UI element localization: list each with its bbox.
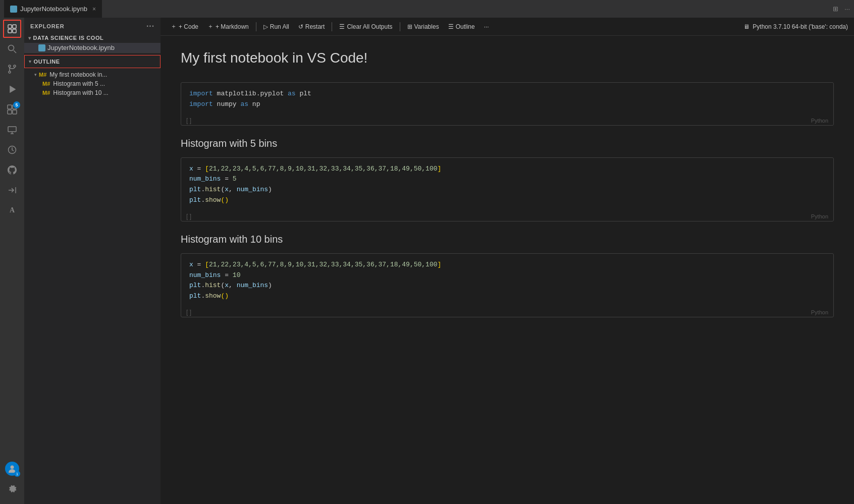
hist10-line-3: plt.hist(x, num_bins) — [189, 281, 825, 291]
tab-bar: JupyterNotebook.ipynb × — [4, 0, 102, 18]
cell-imports-bracket: [ ] — [186, 117, 191, 124]
svg-rect-12 — [8, 110, 12, 114]
code-cell-imports-body: import matplotlib.pyplot as plt import n… — [181, 83, 833, 116]
clear-all-icon: ☰ — [339, 23, 345, 30]
activity-icon-explorer[interactable] — [3, 20, 21, 38]
svg-rect-3 — [13, 29, 16, 33]
toolbar-sep-2 — [332, 22, 332, 31]
kernel-label: Python 3.7.10 64-bit ('base': conda) — [753, 23, 848, 30]
variables-button[interactable]: ⊞ Variables — [403, 22, 443, 32]
code-cell-imports-footer: [ ] Python — [181, 116, 833, 125]
activity-icon-source-control[interactable] — [3, 60, 21, 78]
hist5-line-3: plt.hist(x, num_bins) — [189, 185, 825, 195]
title-bar-right: ⊞ ··· — [833, 5, 850, 13]
run-all-button[interactable]: ▷ Run All — [259, 22, 293, 32]
file-item-notebook[interactable]: JupyterNotebook.ipynb — [24, 43, 161, 52]
activity-bar: 5 A 1 — [0, 18, 24, 504]
cell-hist10-lang: Python — [811, 309, 828, 315]
sidebar-more-icon[interactable]: ··· — [146, 22, 154, 31]
kernel-icon: 🖥 — [743, 23, 750, 30]
notebook-tab[interactable]: JupyterNotebook.ipynb × — [4, 0, 102, 18]
outline-item-0[interactable]: ▾ M# My first notebook in... — [24, 70, 161, 79]
notebook-tab-label: JupyterNotebook.ipynb — [20, 5, 87, 13]
import-line-2: import numpy as np — [189, 99, 825, 110]
account-avatar[interactable]: 1 — [5, 462, 19, 476]
extensions-badge: 5 — [13, 101, 20, 108]
svg-rect-10 — [8, 105, 12, 109]
notebook-file-icon — [38, 44, 45, 51]
code-cell-hist5-footer: [ ] Python — [181, 212, 833, 221]
code-cell-hist10[interactable]: x = [21,22,23,4,5,6,77,8,9,10,31,32,33,3… — [181, 253, 834, 317]
variables-icon: ⊞ — [407, 23, 412, 30]
outline-item-0-micon: M# — [39, 72, 46, 78]
kernel-info[interactable]: 🖥 Python 3.7.10 64-bit ('base': conda) — [743, 23, 848, 30]
clear-all-outputs-button[interactable]: ☰ Clear All Outputs — [335, 22, 396, 32]
svg-rect-2 — [8, 29, 12, 33]
notebook-tab-icon — [10, 6, 17, 13]
run-all-label: Run All — [270, 23, 289, 30]
activity-icon-search[interactable] — [3, 40, 21, 58]
svg-line-5 — [14, 50, 16, 53]
outline-icon: ☰ — [448, 23, 454, 30]
add-markdown-icon: ＋ — [207, 22, 214, 31]
file-item-label: JupyterNotebook.ipynb — [47, 44, 115, 51]
activity-icon-github[interactable] — [3, 161, 21, 179]
outline-chevron: ▾ — [29, 59, 32, 64]
activity-bar-bottom: 1 — [3, 462, 21, 500]
code-cell-hist5-body: x = [21,22,23,4,5,6,77,8,9,10,31,32,33,3… — [181, 158, 833, 212]
run-all-icon: ▷ — [263, 23, 268, 30]
outline-item-1[interactable]: M# Histogram with 5 ... — [24, 79, 161, 88]
toolbar-sep-3 — [400, 22, 400, 31]
notebook-main-title: My first notebook in VS Code! — [181, 46, 834, 70]
notebook-tab-close[interactable]: × — [92, 6, 96, 13]
restart-button[interactable]: ↺ Restart — [294, 22, 329, 32]
outline-section: ▾ OUTLINE ▾ M# My first notebook in... M… — [24, 52, 161, 97]
activity-icon-settings[interactable] — [3, 480, 21, 498]
notebook-toolbar: ＋ + Code ＋ + Markdown ▷ Run All ↺ Restar… — [161, 18, 854, 36]
add-markdown-button[interactable]: ＋ + Markdown — [203, 21, 253, 32]
outline-item-1-micon: M# — [42, 81, 50, 87]
editor-area: ＋ + Code ＋ + Markdown ▷ Run All ↺ Restar… — [161, 18, 854, 504]
account-badge: 1 — [14, 471, 20, 477]
outline-item-2[interactable]: M# Histogram with 10 ... — [24, 88, 161, 97]
outline-button[interactable]: ☰ Outline — [444, 22, 479, 32]
toolbar-more-label: ··· — [484, 23, 489, 30]
outline-title-label: OUTLINE — [34, 59, 60, 65]
code-cell-imports[interactable]: import matplotlib.pyplot as plt import n… — [181, 82, 834, 126]
activity-icon-extensions[interactable]: 5 — [3, 100, 21, 119]
section-hist5: Histogram with 5 bins — [181, 138, 834, 149]
outline-header[interactable]: ▾ OUTLINE — [24, 55, 161, 68]
add-code-button[interactable]: ＋ + Code — [167, 21, 202, 32]
cell-hist5-lang: Python — [811, 213, 828, 219]
hist5-line-1: x = [21,22,23,4,5,6,77,8,9,10,31,32,33,3… — [189, 164, 825, 175]
activity-icon-source-action[interactable] — [3, 181, 21, 199]
activity-icon-timeline[interactable] — [3, 141, 21, 159]
project-name: DATA SCIENCE IS COOL — [33, 35, 104, 41]
title-bar: JupyterNotebook.ipynb × ⊞ ··· — [0, 0, 854, 18]
svg-point-8 — [14, 65, 16, 67]
activity-icon-remote[interactable] — [3, 121, 21, 139]
more-icon[interactable]: ··· — [844, 5, 850, 13]
hist10-line-1: x = [21,22,23,4,5,6,77,8,9,10,31,32,33,3… — [189, 260, 825, 270]
code-cell-hist5[interactable]: x = [21,22,23,4,5,6,77,8,9,10,31,32,33,3… — [181, 157, 834, 221]
svg-rect-1 — [13, 25, 16, 28]
project-chevron: ▾ — [28, 35, 31, 41]
cell-hist5-bracket: [ ] — [186, 213, 191, 220]
main-area: 5 A 1 EXPLORER ··· — [0, 18, 854, 504]
activity-icon-ai[interactable]: A — [3, 201, 21, 219]
import-line-1: import matplotlib.pyplot as plt — [189, 89, 825, 99]
toolbar-more-button[interactable]: ··· — [480, 22, 493, 32]
outline-item-2-micon: M# — [42, 90, 50, 96]
outline-item-2-label: Histogram with 10 ... — [53, 89, 108, 96]
add-code-label: + Code — [179, 23, 198, 30]
project-section[interactable]: ▾ DATA SCIENCE IS COOL — [24, 33, 161, 43]
section-hist10: Histogram with 10 bins — [181, 234, 834, 245]
add-markdown-label: + Markdown — [216, 23, 249, 30]
svg-point-6 — [9, 65, 11, 67]
svg-rect-13 — [13, 110, 17, 114]
svg-point-7 — [9, 71, 11, 73]
layout-icon[interactable]: ⊞ — [833, 5, 838, 13]
outline-item-1-label: Histogram with 5 ... — [53, 80, 105, 87]
activity-icon-run-debug[interactable] — [3, 80, 21, 98]
notebook-content: My first notebook in VS Code! import mat… — [161, 36, 854, 504]
